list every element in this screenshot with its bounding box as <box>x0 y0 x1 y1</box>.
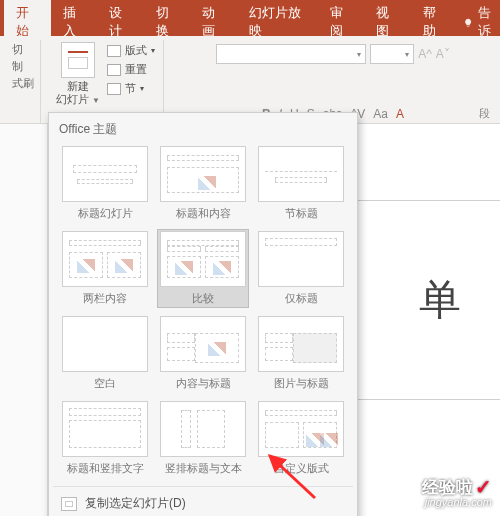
watermark-check-icon: ✓ <box>475 480 492 495</box>
cut-button[interactable]: 切 <box>12 42 23 57</box>
duplicate-slides-label: 复制选定幻灯片(D) <box>85 495 186 512</box>
layout-blank[interactable]: 空白 <box>59 314 151 393</box>
slides-group: 新建 幻灯片 ▼ 版式▾ 重置 节▾ <box>49 40 164 123</box>
layout-button[interactable]: 版式▾ <box>105 42 157 59</box>
layout-label: 版式 <box>125 43 147 58</box>
layout-vertical-title-text-label: 竖排标题与文本 <box>165 461 242 476</box>
layout-picture-caption[interactable]: 图片与标题 <box>255 314 347 393</box>
section-button[interactable]: 节▾ <box>105 80 157 97</box>
decrease-font-button[interactable]: A˅ <box>436 47 450 61</box>
layout-title-vertical-text[interactable]: 标题和竖排文字 <box>59 399 151 478</box>
reset-icon <box>107 64 121 76</box>
layout-custom-label: 自定义版式 <box>274 461 329 476</box>
clipboard-group: 切 制 式刷 <box>6 40 41 123</box>
gallery-separator <box>53 486 353 487</box>
layout-two-content[interactable]: 两栏内容 <box>59 229 151 308</box>
new-slide-gallery: Office 主题 标题幻灯片 标题和内容 节标题 两栏内容 比较 仅标题 空 <box>48 112 358 516</box>
section-icon <box>107 83 121 95</box>
slide-thumbnail-pane[interactable] <box>0 124 48 516</box>
layout-title-only-label: 仅标题 <box>285 291 318 306</box>
change-case-button[interactable]: Aa <box>373 107 388 121</box>
layout-content-caption[interactable]: 内容与标题 <box>157 314 249 393</box>
layout-title-slide-label: 标题幻灯片 <box>78 206 133 221</box>
layout-comparison-label: 比较 <box>192 291 214 306</box>
watermark-cn: 经验啦 <box>422 480 473 495</box>
copy-button[interactable]: 制 <box>12 59 23 74</box>
gallery-title: Office 主题 <box>49 113 357 144</box>
layout-picture-caption-label: 图片与标题 <box>274 376 329 391</box>
new-slide-label-1: 新建 <box>67 80 89 92</box>
layout-blank-label: 空白 <box>94 376 116 391</box>
layout-comparison[interactable]: 比较 <box>157 229 249 308</box>
tell-me[interactable]: 告诉 <box>463 4 500 40</box>
layout-content-caption-label: 内容与标题 <box>176 376 231 391</box>
layout-title-content-label: 标题和内容 <box>176 206 231 221</box>
increase-font-button[interactable]: A^ <box>418 47 432 61</box>
new-slide-icon <box>61 42 95 78</box>
duplicate-slides-button[interactable]: 复制选定幻灯片(D) <box>49 491 357 516</box>
new-slide-caret-icon: ▼ <box>92 96 100 105</box>
layout-title-content[interactable]: 标题和内容 <box>157 144 249 223</box>
reset-label: 重置 <box>125 62 147 77</box>
watermark-en: jingyanla.com <box>422 495 492 510</box>
new-slide-label-2: 幻灯片 <box>56 93 89 105</box>
ribbon-tabs: 开始 插入 设计 切换 动画 幻灯片放映 审阅 视图 帮助 告诉 <box>0 8 500 36</box>
slide-title-placeholder[interactable]: 单 <box>419 272 461 328</box>
format-painter-button[interactable]: 式刷 <box>12 76 34 91</box>
tell-me-label: 告诉 <box>478 4 500 40</box>
layout-vertical-title-text[interactable]: 竖排标题与文本 <box>157 399 249 478</box>
slide-canvas[interactable]: 单 <box>340 200 500 400</box>
paragraph-group-label: 段 <box>479 106 490 121</box>
layout-title-slide[interactable]: 标题幻灯片 <box>59 144 151 223</box>
reset-button[interactable]: 重置 <box>105 61 157 78</box>
section-label: 节 <box>125 81 136 96</box>
new-slide-button[interactable]: 新建 幻灯片 ▼ <box>55 42 101 107</box>
font-group: ▾ ▾ A^ A˅ B I U S abc AV Aa A <box>172 40 494 123</box>
layout-two-content-label: 两栏内容 <box>83 291 127 306</box>
layout-section-header[interactable]: 节标题 <box>255 144 347 223</box>
layout-icon <box>107 45 121 57</box>
font-color-button[interactable]: A <box>396 107 404 121</box>
font-family-combo[interactable]: ▾ <box>216 44 366 64</box>
watermark: 经验啦✓ jingyanla.com <box>422 480 492 510</box>
layout-title-vertical-text-label: 标题和竖排文字 <box>67 461 144 476</box>
font-size-combo[interactable]: ▾ <box>370 44 414 64</box>
duplicate-icon <box>61 497 77 511</box>
ribbon: 切 制 式刷 新建 幻灯片 ▼ 版式▾ 重置 节▾ ▾ ▾ A^ A˅ B <box>0 36 500 124</box>
layout-title-only[interactable]: 仅标题 <box>255 229 347 308</box>
layout-custom[interactable]: 自定义版式 <box>255 399 347 478</box>
layout-section-header-label: 节标题 <box>285 206 318 221</box>
bulb-icon <box>463 16 473 28</box>
